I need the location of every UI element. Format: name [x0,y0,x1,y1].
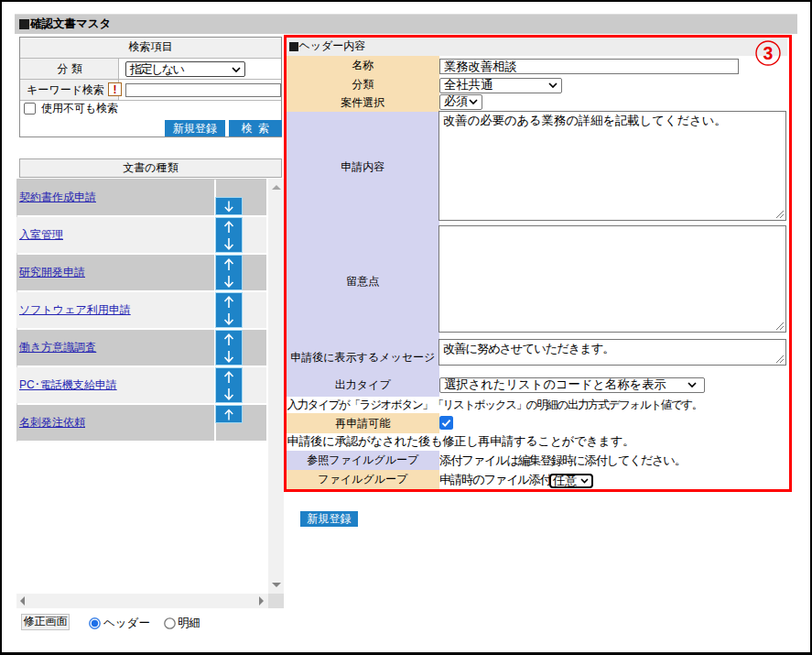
svg-text:3: 3 [763,43,774,63]
